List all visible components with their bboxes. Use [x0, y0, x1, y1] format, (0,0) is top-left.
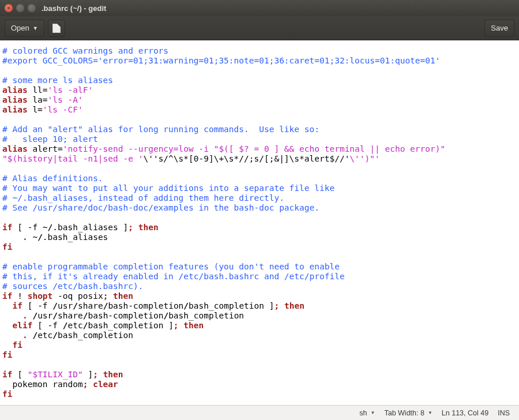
code-line: # Add an "alert" alias for long running … — [2, 125, 319, 134]
code-token: / — [48, 223, 53, 232]
code-token: share — [78, 301, 103, 310]
code-token: ; — [174, 321, 179, 330]
code-token: then — [279, 301, 304, 310]
code-token: alias — [2, 85, 28, 95]
code-line: # enable programmable completion feature… — [2, 262, 340, 271]
code-token: bash-completion — [108, 301, 183, 310]
code-token: ] — [83, 370, 93, 379]
code-token: 'notify-send --urgency=low -i "$([ $? = … — [63, 144, 450, 153]
code-token: then — [179, 321, 204, 330]
open-button[interactable]: Open ▼ — [5, 20, 44, 37]
code-token — [2, 301, 12, 310]
new-document-button[interactable] — [48, 20, 65, 37]
code-token: fi — [2, 389, 12, 399]
chevron-down-icon: ▼ — [428, 410, 432, 415]
code-line: # colored GCC warnings and errors — [2, 46, 168, 55]
code-token — [2, 311, 22, 320]
code-token: bash_completion — [168, 311, 244, 320]
insert-mode[interactable]: INS — [494, 409, 513, 417]
code-token: then — [133, 223, 159, 232]
titlebar: × .bashrc (~/) - gedit — [0, 0, 519, 16]
code-token: usr — [37, 311, 52, 320]
close-icon[interactable]: × — [5, 4, 13, 12]
code-token: [ — [12, 370, 27, 379]
code-token: "$(history|tail -n1|sed -e ' — [2, 154, 143, 163]
cursor-position: Ln 113, Col 49 — [438, 409, 492, 417]
code-token: . — [22, 311, 28, 320]
code-line: # See /usr/share/doc/bash-doc/examples i… — [2, 203, 319, 212]
code-token: 'ls -CF' — [43, 105, 83, 114]
code-token: ~ — [28, 232, 37, 242]
code-token: bash_completion ] — [88, 321, 173, 330]
code-token — [2, 331, 22, 340]
code-token: / — [63, 321, 68, 330]
code-token: ; — [274, 301, 279, 310]
window-title: .bashrc (~/) - gedit — [42, 4, 106, 13]
code-token: then — [98, 370, 123, 379]
code-token: .bash_aliases — [43, 232, 108, 242]
code-line: # You may want to put all your additions… — [2, 183, 334, 193]
code-token: [ -f — [32, 321, 62, 330]
code-token: / — [73, 301, 78, 310]
open-label: Open — [11, 24, 29, 32]
code-token: / — [37, 232, 43, 242]
minimize-icon[interactable] — [16, 4, 24, 12]
code-token: alert= — [28, 144, 63, 153]
code-token: .bash_aliases ] — [52, 223, 128, 232]
code-token: shopt — [28, 291, 53, 301]
code-token: -oq posix — [52, 291, 103, 301]
statusbar: sh ▼ Tab Width: 8 ▼ Ln 113, Col 49 INS — [0, 405, 519, 420]
code-token: ll= — [28, 85, 48, 95]
code-token: usr — [58, 301, 73, 310]
code-token: l= — [28, 105, 43, 114]
code-token: / — [32, 331, 37, 340]
code-line: # ~/.bash_aliases, instead of adding the… — [2, 193, 284, 202]
code-token: alias — [2, 105, 28, 114]
code-line: # sleep 10; alert — [2, 134, 98, 144]
code-token: / — [52, 311, 58, 320]
save-button[interactable]: Save — [484, 20, 514, 37]
code-token: if — [2, 370, 12, 379]
code-token: \''s/^\s*[0-9]\+\s*//;s/[;&|]\s*alert$//… — [143, 154, 349, 163]
code-token: 'ls -A' — [48, 95, 83, 104]
code-line: # sources /etc/bash.bashrc). — [2, 282, 143, 291]
tabwidth-selector[interactable]: Tab Width: 8 ▼ — [381, 409, 435, 417]
code-token: fi — [2, 242, 12, 252]
code-token: bash_completion ] — [189, 301, 274, 310]
code-token: 'ls -alF' — [48, 85, 93, 95]
code-token: / — [52, 331, 58, 340]
code-token: "$TILIX_ID" — [28, 370, 83, 379]
code-token: pokemon random — [2, 380, 83, 389]
code-token: if — [12, 301, 22, 310]
code-line: # some more ls aliases — [2, 76, 113, 85]
code-token: / — [32, 311, 37, 320]
save-label: Save — [491, 24, 508, 32]
code-line: #export GCC_COLORS='error=01;31:warning=… — [2, 56, 441, 65]
code-token: if — [2, 291, 12, 301]
code-token: clear — [88, 380, 118, 389]
new-document-icon — [52, 24, 61, 33]
chevron-down-icon: ▼ — [33, 25, 38, 31]
position-label: Ln 113, Col 49 — [442, 409, 488, 417]
code-token: share — [58, 311, 83, 320]
code-token: elif — [12, 321, 32, 330]
code-token: . — [22, 331, 28, 340]
code-token — [2, 340, 12, 350]
code-line: # this, if it's already enabled in /etc/… — [2, 272, 345, 281]
code-token — [2, 232, 22, 242]
code-line: # Alias definitions. — [2, 174, 103, 183]
chevron-down-icon: ▼ — [371, 410, 375, 415]
code-token — [2, 321, 12, 330]
editor-area[interactable]: # colored GCC warnings and errors #expor… — [0, 40, 519, 405]
maximize-icon[interactable] — [28, 4, 36, 12]
code-token: fi — [12, 340, 22, 350]
language-selector[interactable]: sh ▼ — [356, 409, 378, 417]
code-token: etc — [68, 321, 83, 330]
code-token: \'')"' — [349, 154, 379, 163]
code-token: ; — [93, 370, 98, 379]
code-token: fi — [2, 350, 12, 359]
code-token: etc — [37, 331, 52, 340]
code-token: la= — [28, 95, 48, 104]
code-token: [ -f ~ — [12, 223, 47, 232]
code-token: / — [52, 301, 58, 310]
